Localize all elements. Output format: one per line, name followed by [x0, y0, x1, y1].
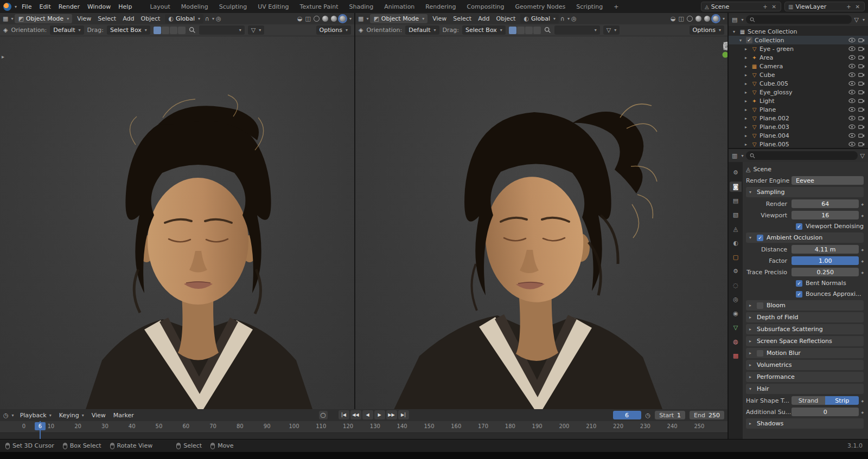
select-mode-new[interactable]	[509, 27, 516, 34]
workspace-tab[interactable]: Layout	[144, 1, 175, 13]
filter-funnel-icon[interactable]: ▽	[860, 152, 865, 159]
outliner-item[interactable]: ▸ ▽ Eye - green	[729, 44, 868, 53]
viewport-denoising-checkbox[interactable]: ✓	[796, 223, 802, 230]
eye-icon[interactable]	[848, 63, 856, 69]
orientation-dropdown[interactable]: ◐ Global ▾	[165, 14, 203, 23]
orientation-setting-dropdown[interactable]: Default ▾	[50, 25, 84, 35]
proportional-editing-icon[interactable]: ◎	[571, 15, 577, 22]
clock-icon[interactable]: ◷	[646, 412, 651, 419]
drag-setting-dropdown[interactable]: Select Box ▾	[107, 25, 150, 35]
select-mode-add[interactable]	[162, 27, 169, 34]
auto-keying-icon[interactable]: ◯	[319, 411, 328, 419]
expand-icon[interactable]: ▾	[739, 38, 744, 43]
section-checkbox[interactable]	[757, 302, 763, 309]
camera-toggle-icon[interactable]	[858, 55, 865, 60]
orientation-setting-dropdown[interactable]: Default ▾	[405, 25, 439, 35]
outliner-item[interactable]: ▸ ▽ Cube.005	[729, 79, 868, 88]
filter-dropdown[interactable]: ▽ ▾	[248, 25, 264, 35]
search-input[interactable]	[758, 152, 854, 159]
new-scene-button[interactable]: +	[762, 4, 768, 10]
shading-material-icon[interactable]	[704, 16, 710, 22]
workspace-tab[interactable]: Shading	[344, 1, 379, 13]
expand-icon[interactable]: ▸	[745, 64, 749, 69]
options-dropdown[interactable]: Options ▾	[690, 25, 724, 35]
expand-icon[interactable]: ▸	[745, 107, 749, 112]
eye-icon[interactable]	[848, 81, 856, 86]
viewport-3d-right[interactable]: ▦ ▾ ◩ Object Mode ▾ ViewSelectAddObject …	[355, 13, 727, 409]
animate-dot-icon[interactable]: ◆	[861, 248, 864, 251]
hair-shape-strand-button[interactable]: Strand	[792, 396, 825, 405]
search-icon[interactable]	[544, 27, 551, 34]
transport-button[interactable]: ◀◀	[350, 410, 361, 419]
shading-material-icon[interactable]	[331, 16, 337, 22]
chevron-down-icon[interactable]: ▾	[723, 16, 725, 21]
shading-wireframe-icon[interactable]	[687, 16, 693, 22]
timeline-track[interactable]	[0, 433, 727, 439]
timeline-menu-item[interactable]: Marker ▾	[110, 410, 138, 421]
editor-type-icon[interactable]: ◷	[3, 412, 9, 419]
outliner-item[interactable]: ▸ ▽ Plane.004	[729, 131, 868, 140]
menubar-item[interactable]: Window	[84, 1, 114, 12]
timeline-menu-item[interactable]: View ▾	[88, 410, 110, 421]
properties-tab[interactable]: ▧	[730, 210, 742, 220]
collapsed-section-header[interactable]: ▸ Motion Blur	[746, 348, 864, 358]
select-mode-subtract[interactable]	[525, 27, 533, 34]
workspace-tab[interactable]: Rendering	[420, 1, 461, 13]
viewport-3d-left[interactable]: ▦ ▾ ◩ Object Mode ▾ ViewSelectAddObject …	[0, 13, 354, 409]
properties-tab[interactable]: ◉	[730, 308, 742, 319]
timeline-menu-item[interactable]: Playback ▾	[16, 410, 55, 421]
expand-icon[interactable]: ▸	[745, 90, 749, 95]
editor-type-icon[interactable]: ▦	[358, 15, 363, 22]
render-engine-dropdown[interactable]: Eevee	[792, 176, 864, 185]
transport-button[interactable]: ◀	[362, 410, 373, 419]
expand-icon[interactable]: ▸	[745, 55, 749, 60]
transport-button[interactable]: ▶|	[398, 410, 409, 419]
new-viewlayer-button[interactable]: +	[845, 4, 852, 10]
grid-ortho-icon[interactable]	[722, 41, 727, 51]
properties-tab[interactable]: ◌	[730, 280, 742, 290]
workspace-tab[interactable]: Geometry Nodes	[509, 1, 571, 13]
ao-distance-field[interactable]: 4.11 m	[792, 245, 859, 254]
expand-icon[interactable]: ▸	[745, 47, 749, 51]
camera-toggle-icon[interactable]	[858, 81, 865, 86]
active-tool-icon[interactable]: ◈	[359, 27, 363, 34]
mode-dropdown[interactable]: ◩ Object Mode ▾	[15, 14, 72, 23]
properties-tab[interactable]: ▢	[730, 252, 742, 262]
timeline-menu-item[interactable]: Keying ▾	[55, 410, 88, 421]
workspace-tab[interactable]: Compositing	[462, 1, 510, 13]
workspace-tab[interactable]: Modeling	[176, 1, 214, 13]
eye-icon[interactable]	[848, 37, 856, 43]
proportional-editing-icon[interactable]: ◎	[216, 15, 221, 22]
bounces-approx-checkbox[interactable]: ✓	[796, 291, 802, 298]
eye-icon[interactable]	[848, 55, 856, 60]
camera-toggle-icon[interactable]	[858, 141, 865, 147]
snap-magnet-icon[interactable]: ∩	[560, 15, 565, 22]
outliner-item[interactable]: ▸ ▽ Plane.002	[729, 114, 868, 122]
properties-tab[interactable]: ◙	[730, 182, 742, 192]
select-mode-new[interactable]	[154, 27, 161, 34]
hair-additional-field[interactable]: 0	[792, 408, 859, 416]
workspace-tab[interactable]: Texture Paint	[295, 1, 344, 13]
section-shadows[interactable]: ▸ Shadows	[746, 418, 864, 429]
overlays-icon[interactable]: ◒	[671, 15, 676, 22]
snap-magnet-icon[interactable]: ∩	[205, 15, 209, 22]
viewport-menu-item[interactable]: View	[74, 14, 94, 24]
camera-toggle-icon[interactable]	[858, 37, 865, 43]
outliner-item[interactable]: ▸ ✦ Area	[729, 53, 868, 62]
animate-dot-icon[interactable]: ◆	[861, 202, 864, 206]
viewport-menu-item[interactable]: Object	[493, 14, 519, 24]
properties-tab[interactable]: ◐	[730, 238, 742, 248]
camera-toggle-icon[interactable]	[858, 115, 865, 121]
select-mode-add[interactable]	[517, 27, 525, 34]
transport-button[interactable]: ▶	[374, 410, 385, 419]
properties-tab[interactable]: ◎	[730, 294, 742, 305]
blender-logo-icon[interactable]	[3, 3, 11, 11]
collapsed-section-header[interactable]: ▸ Bloom	[746, 300, 864, 311]
outliner-root-row[interactable]: ▾ ▦ Scene Collection	[729, 27, 868, 36]
render-samples-field[interactable]: 64	[792, 199, 859, 208]
frame-end-field[interactable]: End 250	[690, 411, 724, 419]
outliner-item[interactable]: ▸ ✦ Light	[729, 96, 868, 105]
camera-toggle-icon[interactable]	[858, 63, 865, 69]
section-checkbox[interactable]	[757, 350, 763, 357]
timeline-ruler[interactable]: 0102030405060708090100110120130140150160…	[0, 421, 727, 433]
